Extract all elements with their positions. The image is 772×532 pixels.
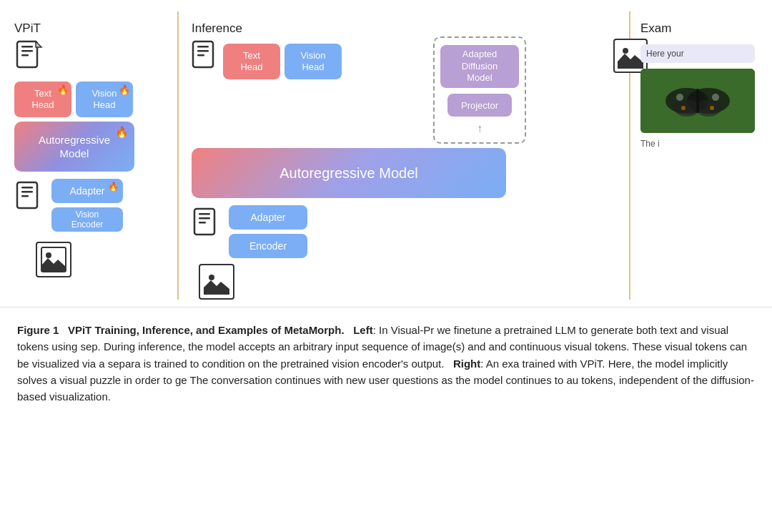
caption-section: Figure 1 VPiT Training, Inference, and E…: [0, 307, 772, 416]
vpit-label: VPiT: [14, 21, 41, 36]
svg-point-26: [676, 94, 683, 101]
vpit-auto-fire: 🔥: [115, 126, 129, 139]
svg-rect-6: [21, 191, 33, 193]
example-chat-text: Here your: [640, 44, 755, 63]
inference-bottom-doc-icon: [192, 205, 222, 242]
vpit-panel: VPiT: [7, 11, 172, 300]
svg-point-27: [712, 94, 719, 101]
figure-caption: Figure 1 VPiT Training, Inference, and E…: [17, 322, 755, 405]
vpit-vision-head-label: VisionHead: [91, 88, 117, 110]
inference-adapter-label: Adapter: [250, 212, 285, 223]
vpit-autoregressive-btn: AutoregressiveModel 🔥: [14, 122, 134, 172]
inference-autoregressive-label: Autoregressive Model: [279, 165, 417, 182]
inference-heads-adapted-row: TextHead VisionHead AdaptedDiffusionMode…: [192, 44, 526, 144]
svg-rect-16: [199, 213, 210, 215]
svg-point-9: [46, 252, 51, 258]
inference-heads: TextHead VisionHead: [223, 44, 342, 79]
example-label: Exam: [640, 21, 671, 36]
inference-text-head-btn: TextHead: [223, 44, 280, 79]
projector-label: Projector: [461, 100, 498, 111]
inference-autoregressive-btn: Autoregressive Model: [192, 148, 506, 198]
vpit-bottom: Adapter 🔥 VisionEncoder: [14, 179, 123, 232]
figure-number: Figure 1: [17, 324, 59, 336]
inference-doc-icon: [192, 40, 219, 79]
svg-rect-7: [21, 195, 29, 197]
vpit-text-head-label: TextHead: [31, 88, 54, 110]
vpit-vision-head-fire: 🔥: [119, 84, 130, 95]
inference-adapter-btn: Adapter: [229, 205, 307, 230]
inference-image-icon: [199, 264, 234, 300]
inference-vision-head-label: VisionHead: [300, 50, 325, 72]
vpit-text-head-fire: 🔥: [57, 84, 69, 95]
example-caption-text: The i: [640, 139, 755, 149]
up-arrow: ↑: [477, 122, 482, 135]
vpit-text-head-btn: TextHead 🔥: [14, 82, 71, 117]
vpit-adapter-label: Adapter: [69, 185, 104, 197]
vpit-image-icon: [36, 242, 71, 277]
svg-point-14: [623, 48, 628, 54]
svg-rect-12: [197, 50, 209, 52]
example-chat-label: Here your: [646, 49, 684, 59]
divider-1: [177, 11, 179, 300]
vpit-autoregressive-label: AutoregressiveModel: [39, 133, 110, 161]
svg-rect-2: [21, 50, 33, 52]
inference-encoder-btn: Encoder: [229, 234, 307, 258]
vpit-vision-encoder-btn: VisionEncoder: [51, 207, 123, 232]
inference-text-head-label: TextHead: [240, 50, 262, 72]
vpit-adapter-btn: Adapter 🔥: [51, 179, 123, 203]
vpit-vision-encoder-label: VisionEncoder: [71, 210, 104, 230]
svg-point-29: [710, 106, 714, 110]
projector-btn: Projector: [447, 94, 512, 117]
vpit-adapter-fire: 🔥: [108, 182, 119, 192]
svg-rect-18: [199, 222, 206, 224]
inference-panel: Inference: [184, 11, 623, 300]
svg-point-28: [681, 106, 686, 110]
inference-auto-row: Autoregressive Model: [192, 148, 506, 198]
inference-top-icons-row: [192, 37, 623, 44]
vpit-top-row: TextHead 🔥 VisionHead 🔥: [14, 82, 133, 117]
adapted-diffusion-label: AdaptedDiffusionModel: [462, 49, 498, 85]
main-container: VPiT: [0, 0, 772, 416]
svg-rect-5: [21, 187, 33, 189]
adapted-diffusion-btn: AdaptedDiffusionModel: [440, 45, 519, 88]
example-butterfly-image: [640, 69, 755, 133]
svg-rect-17: [199, 217, 210, 220]
vpit-content: TextHead 🔥 VisionHead 🔥 AutoregressiveMo…: [7, 37, 172, 277]
svg-rect-3: [21, 54, 29, 56]
svg-rect-25: [696, 89, 699, 113]
diagram-section: VPiT: [0, 0, 772, 307]
inference-label: Inference: [192, 21, 242, 36]
example-caption-label: The i: [640, 139, 660, 149]
svg-rect-11: [197, 46, 209, 48]
vpit-vision-head-btn: VisionHead 🔥: [76, 82, 133, 117]
vpit-bottom-doc-icon: [14, 179, 44, 216]
inference-right-col: Adapter Encoder: [229, 205, 307, 258]
svg-rect-1: [21, 46, 33, 48]
example-content: Here your: [640, 44, 765, 149]
example-panel: Exam Here your: [636, 11, 765, 300]
vpit-doc-icon: [14, 38, 44, 75]
inference-vision-head-btn: VisionHead: [284, 44, 342, 79]
right-label: Right: [453, 358, 480, 370]
vpit-right-col: Adapter 🔥 VisionEncoder: [51, 179, 123, 232]
left-label: Left: [353, 324, 373, 336]
figure-title: VPiT Training, Inference, and Examples o…: [68, 324, 345, 336]
adapted-diffusion-box: AdaptedDiffusionModel Projector ↑: [433, 36, 526, 144]
svg-point-19: [209, 275, 214, 280]
inference-encoder-label: Encoder: [249, 240, 287, 252]
svg-point-24: [696, 99, 721, 117]
inference-bottom-row: Adapter Encoder: [192, 205, 307, 258]
svg-rect-13: [197, 54, 204, 56]
